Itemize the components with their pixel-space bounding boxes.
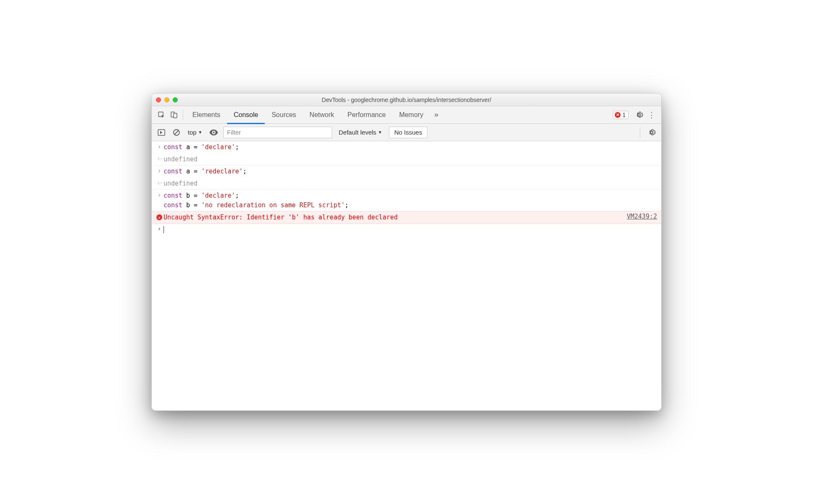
main-tabbar: Elements Console Sources Network Perform… [152, 106, 661, 124]
log-levels-select[interactable]: Default levels ▼ [336, 129, 385, 136]
divider [640, 127, 640, 138]
prompt-input[interactable] [164, 225, 164, 235]
console-input-code: const a = 'redeclare'; [164, 167, 657, 176]
console-input-row: ›const b = 'declare'; const b = 'no rede… [152, 190, 661, 211]
console-output-row: ‹·undefined [152, 178, 661, 190]
output-chevron-icon: ‹· [155, 179, 164, 187]
error-icon: ✕ [615, 112, 621, 118]
console-input-row: ›const a = 'redeclare'; [152, 165, 661, 178]
tab-sources[interactable]: Sources [265, 106, 303, 124]
console-output[interactable]: ›const a = 'declare';‹·undefined›const a… [152, 141, 661, 410]
window-title: DevTools - googlechrome.github.io/sample… [152, 97, 661, 103]
console-error-row: ✕Uncaught SyntaxError: Identifier 'b' ha… [152, 211, 661, 224]
traffic-lights [156, 97, 178, 102]
console-settings-icon[interactable] [646, 127, 657, 138]
divider [183, 110, 183, 120]
console-input-code: const b = 'declare'; const b = 'no redec… [164, 191, 657, 210]
error-icon: ✕ [155, 213, 164, 220]
tab-network[interactable]: Network [303, 106, 341, 124]
console-output-value: undefined [164, 155, 657, 164]
console-output-row: ‹·undefined [152, 153, 661, 166]
device-toolbar-icon[interactable] [168, 109, 180, 121]
tab-memory[interactable]: Memory [392, 106, 430, 124]
error-count-badge[interactable]: ✕ 1 [613, 111, 629, 119]
settings-icon[interactable] [633, 109, 645, 121]
issues-button[interactable]: No Issues [389, 127, 428, 138]
tab-performance[interactable]: Performance [341, 106, 393, 124]
minimize-window-button[interactable] [164, 97, 169, 102]
tab-elements[interactable]: Elements [186, 106, 227, 124]
more-tabs-icon[interactable]: » [430, 109, 442, 121]
error-source-link[interactable]: VM2439:2 [623, 213, 657, 220]
console-input-row: ›const a = 'declare'; [152, 141, 661, 153]
input-chevron-icon: › [155, 167, 164, 175]
console-input-code: const a = 'declare'; [164, 143, 657, 152]
error-count: 1 [622, 112, 626, 118]
kebab-menu-icon[interactable]: ⋮ [645, 109, 658, 121]
issues-label: No Issues [394, 129, 422, 136]
context-label: top [188, 129, 197, 136]
prompt-chevron-icon: › [155, 225, 164, 232]
chevron-down-icon: ▼ [378, 130, 382, 135]
svg-rect-2 [174, 113, 177, 118]
close-window-button[interactable] [156, 97, 161, 102]
chevron-down-icon: ▼ [198, 130, 202, 135]
tab-console[interactable]: Console [227, 106, 265, 124]
svg-line-5 [174, 130, 179, 135]
toggle-sidebar-icon[interactable] [156, 127, 167, 138]
inspect-element-icon[interactable] [155, 109, 168, 121]
execution-context-select[interactable]: top ▼ [186, 129, 204, 136]
filter-input[interactable] [223, 127, 332, 138]
output-chevron-icon: ‹· [155, 155, 164, 163]
levels-label: Default levels [339, 129, 376, 136]
titlebar: DevTools - googlechrome.github.io/sample… [152, 94, 661, 106]
live-expression-icon[interactable] [208, 127, 219, 138]
console-output-value: undefined [164, 179, 657, 188]
text-cursor [164, 226, 164, 233]
maximize-window-button[interactable] [173, 97, 178, 102]
devtools-window: DevTools - googlechrome.github.io/sample… [151, 93, 662, 411]
console-toolbar: top ▼ Default levels ▼ No Issues [152, 124, 661, 141]
console-prompt[interactable]: › [152, 224, 661, 236]
clear-console-icon[interactable] [171, 127, 182, 138]
input-chevron-icon: › [155, 191, 164, 199]
input-chevron-icon: › [155, 143, 164, 150]
error-message: Uncaught SyntaxError: Identifier 'b' has… [164, 213, 623, 222]
